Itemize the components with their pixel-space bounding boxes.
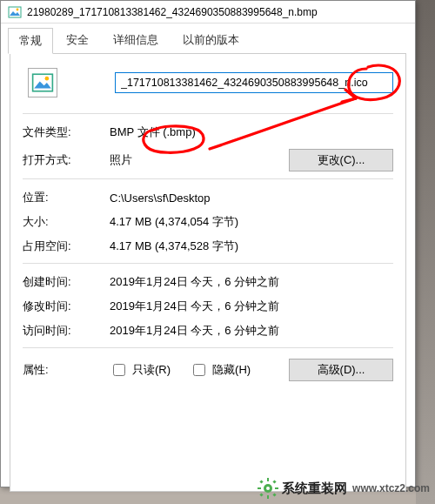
background-right-strip [416, 0, 435, 504]
sizeondisk-label: 占用空间: [23, 239, 110, 254]
advanced-button[interactable]: 高级(D)... [289, 359, 393, 381]
openwith-value: 照片 [110, 152, 289, 168]
readonly-checkbox[interactable] [113, 364, 125, 376]
accessed-label: 访问时间: [23, 323, 110, 339]
location-value: C:\Users\sf\Desktop [110, 192, 393, 205]
separator [23, 113, 393, 114]
tab-previous-versions[interactable]: 以前的版本 [171, 27, 251, 53]
svg-point-2 [17, 8, 19, 10]
svg-rect-8 [267, 495, 269, 499]
tabstrip: 常规 安全 详细信息 以前的版本 [1, 24, 415, 53]
hidden-checkbox[interactable] [193, 364, 205, 376]
tab-details[interactable]: 详细信息 [102, 27, 170, 53]
attributes-label: 属性: [23, 362, 110, 378]
location-label: 位置: [23, 190, 110, 205]
svg-point-5 [45, 77, 50, 81]
hidden-checkbox-wrap[interactable]: 隐藏(H) [190, 361, 251, 379]
properties-window: 21980289_171710813381462_432469035088399… [0, 0, 416, 487]
separator [23, 178, 393, 179]
modified-label: 修改时间: [23, 299, 110, 314]
svg-rect-3 [33, 74, 53, 91]
svg-rect-14 [272, 493, 276, 496]
modified-value: 2019年1月24日 今天，6 分钟之前 [110, 299, 393, 314]
size-label: 大小: [23, 214, 110, 230]
size-value: 4.17 MB (4,374,054 字节) [110, 214, 393, 230]
separator [23, 347, 393, 348]
separator [23, 263, 393, 264]
filetype-value: BMP 文件 (.bmp) [110, 124, 393, 140]
change-button[interactable]: 更改(C)... [289, 149, 393, 171]
openwith-label: 打开方式: [23, 152, 110, 168]
svg-rect-13 [259, 493, 263, 496]
readonly-checkbox-wrap[interactable]: 只读(R) [110, 361, 171, 379]
hidden-label: 隐藏(H) [212, 362, 251, 378]
sizeondisk-value: 4.17 MB (4,374,528 字节) [110, 239, 393, 254]
filename-input[interactable] [115, 72, 393, 93]
readonly-label: 只读(R) [132, 362, 171, 378]
created-value: 2019年1月24日 今天，6 分钟之前 [110, 274, 393, 290]
tab-security[interactable]: 安全 [55, 27, 100, 53]
filetype-label: 文件类型: [23, 124, 110, 140]
titlebar: 21980289_171710813381462_432469035088399… [1, 1, 415, 24]
bmp-file-icon [8, 5, 22, 19]
general-panel: 文件类型: BMP 文件 (.bmp) 打开方式: 照片 更改(C)... 位置… [10, 53, 406, 492]
accessed-value: 2019年1月24日 今天，6 分钟之前 [110, 323, 393, 339]
window-title: 21980289_171710813381462_432469035088399… [27, 6, 318, 18]
file-large-icon [28, 68, 57, 97]
tab-general[interactable]: 常规 [8, 28, 53, 54]
svg-rect-0 [9, 7, 21, 17]
created-label: 创建时间: [23, 274, 110, 290]
